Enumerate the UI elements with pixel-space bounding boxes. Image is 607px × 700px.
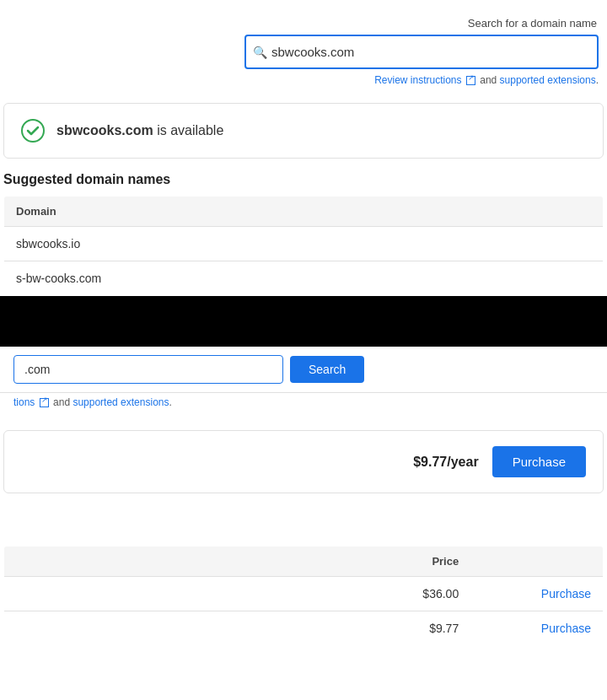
domain-price: $9.77/year (413, 455, 478, 470)
svg-point-0 (22, 120, 44, 142)
price-table: Price $36.00 Purchase $9.77 Purchase (3, 546, 604, 646)
external-link-icon: ↗ (466, 76, 475, 85)
table-row: sbwcooks.io (4, 227, 604, 261)
price-row-1-action: Purchase (470, 577, 603, 611)
bottom-period: . (169, 396, 171, 408)
domain-column-header: Domain (4, 197, 604, 227)
check-circle-icon (21, 119, 45, 143)
domain-search-input[interactable] (244, 35, 599, 69)
suggested-domains-table: Domain sbwcooks.io s-bw-cooks.com (3, 196, 604, 296)
supported-extensions-link[interactable]: supported extensions (500, 74, 596, 86)
price-row-2-price: $9.77 (363, 611, 470, 646)
price-row-1-price: $36.00 (363, 577, 470, 611)
bottom-search-input[interactable] (13, 355, 283, 384)
available-domain-name: sbwcooks.com (56, 123, 153, 137)
price-row-1-domain (4, 577, 364, 611)
suggested-section: Suggested domain names Domain sbwcooks.i… (0, 172, 607, 296)
bottom-search-bar: Search (0, 347, 607, 393)
spacer (0, 507, 607, 532)
suggested-domain-2: s-bw-cooks.com (4, 261, 604, 296)
available-domain-card: sbwcooks.com is available (3, 103, 604, 159)
bottom-review-instructions: tions ↗ and supported extensions. (0, 393, 607, 417)
available-domain-text: sbwcooks.com is available (56, 123, 223, 138)
price-table-section: Price $36.00 Purchase $9.77 Purchase (3, 546, 604, 646)
table-row: s-bw-cooks.com (4, 261, 604, 296)
search-icon: 🔍 (253, 46, 267, 59)
purchase-button[interactable]: Purchase (492, 446, 586, 477)
available-status: is available (157, 123, 223, 137)
price-table-action-header (470, 547, 603, 577)
black-overlay-bar (0, 296, 607, 347)
search-label: Search for a domain name (468, 17, 597, 30)
suggested-domain-1: sbwcooks.io (4, 227, 604, 261)
price-table-price-header: Price (363, 547, 470, 577)
search-button[interactable]: Search (290, 356, 364, 383)
purchase-link-2[interactable]: Purchase (541, 622, 591, 635)
price-row-2-action: Purchase (470, 611, 603, 646)
top-search-section: Search for a domain name 🔍 Review instru… (0, 0, 607, 96)
bottom-ext-icon: ↗ (40, 398, 49, 407)
bottom-and-text: and (53, 396, 73, 408)
price-table-domain-header (4, 547, 364, 577)
price-row-2-domain (4, 611, 364, 646)
period: . (596, 74, 599, 86)
table-row: $9.77 Purchase (4, 611, 604, 646)
purchase-section: $9.77/year Purchase (3, 430, 604, 493)
review-instructions-link[interactable]: Review instructions (374, 74, 461, 86)
and-text: and (480, 74, 497, 86)
suggested-title: Suggested domain names (3, 172, 604, 187)
review-instructions: Review instructions ↗ and supported exte… (374, 74, 599, 86)
purchase-link-1[interactable]: Purchase (541, 587, 591, 600)
bottom-supported-extensions-link[interactable]: supported extensions (73, 396, 169, 408)
search-input-wrapper: 🔍 (244, 35, 599, 69)
bottom-review-instructions-link[interactable]: tions (13, 396, 35, 408)
table-row: $36.00 Purchase (4, 577, 604, 611)
